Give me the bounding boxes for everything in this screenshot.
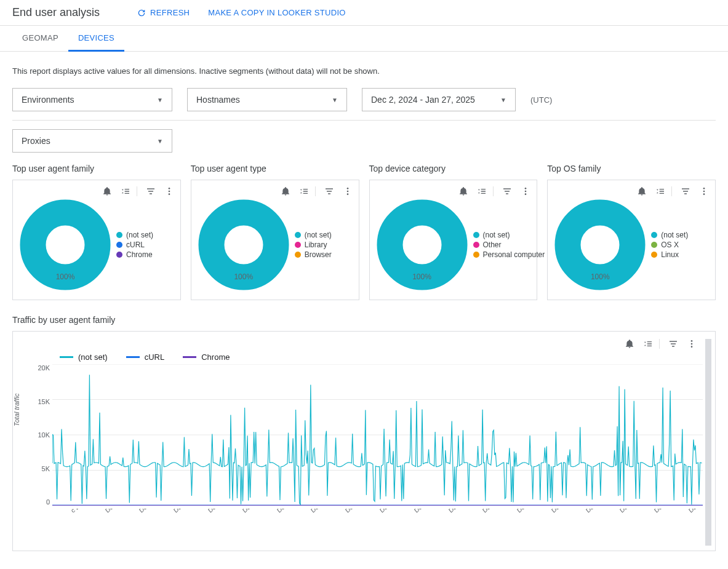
chart-toolbar [198, 186, 353, 196]
y-tick: 10K [35, 431, 50, 439]
donut-card: 100%(not set)cURLChrome [12, 180, 181, 300]
legend-label: OS X [661, 241, 679, 249]
refresh-icon [137, 8, 146, 18]
legend-item: cURL [126, 352, 165, 362]
bell-icon[interactable] [625, 339, 634, 349]
y-tick: 5K [35, 465, 50, 472]
svg-point-2 [168, 193, 170, 195]
donut-chart: 100% [198, 199, 290, 291]
svg-point-9 [525, 191, 527, 193]
refresh-button[interactable]: REFRESH [137, 8, 190, 18]
bell-icon[interactable] [102, 186, 112, 196]
svg-point-6 [346, 193, 348, 195]
legend-label: Library [305, 241, 327, 249]
legend-item: (not set) [116, 231, 153, 239]
x-axis: c 2, 2024, 12AMDec 3, 2024, 7AMDec 4, 20… [52, 509, 703, 546]
donut-card: 100%(not set)OtherPersonal computer [369, 180, 538, 300]
legend-swatch [60, 356, 73, 358]
traffic-legend: (not set)cURLChrome [17, 352, 703, 362]
more-icon[interactable] [164, 186, 174, 196]
legend: (not set)LibraryBrowser [295, 229, 332, 260]
sort-icon[interactable] [655, 186, 665, 196]
environments-select[interactable]: Environments ▼ [12, 88, 172, 111]
svg-point-13 [703, 191, 705, 193]
donut-percent: 100% [376, 273, 468, 281]
legend-item: Chrome [116, 250, 153, 259]
svg-point-7 [211, 213, 276, 277]
traffic-line-chart [52, 364, 703, 507]
report-description: This report displays active values for a… [12, 66, 716, 76]
chevron-down-icon: ▼ [500, 97, 506, 103]
legend-label: (not set) [483, 231, 510, 239]
sort-icon[interactable] [643, 339, 653, 349]
svg-point-14 [703, 193, 705, 195]
more-icon[interactable] [699, 186, 709, 196]
legend-swatch [651, 232, 657, 238]
chevron-down-icon: ▼ [157, 97, 163, 103]
filter-icon[interactable] [502, 186, 512, 196]
legend-item: Browser [295, 250, 332, 259]
sort-icon[interactable] [299, 186, 309, 196]
legend-swatch [126, 356, 140, 358]
svg-point-4 [346, 188, 348, 189]
bell-icon[interactable] [281, 186, 290, 196]
legend-item: (not set) [295, 231, 332, 239]
sort-icon[interactable] [477, 186, 487, 196]
legend-item: Linux [651, 250, 688, 259]
tab-devices[interactable]: DEVICES [68, 26, 124, 52]
proxies-select[interactable]: Proxies ▼ [12, 129, 172, 153]
tab-geomap[interactable]: GEOMAP [12, 26, 68, 51]
daterange-select[interactable]: Dec 2, 2024 - Jan 27, 2025 ▼ [362, 88, 516, 111]
svg-point-15 [568, 213, 633, 277]
filter-icon[interactable] [324, 186, 334, 196]
donut-percent: 100% [198, 273, 290, 281]
x-tick: Dec 8, 2024, 10PM [241, 509, 265, 537]
legend: (not set)OS XLinux [651, 229, 688, 260]
donut-percent: 100% [554, 273, 646, 281]
x-tick: Dec 21, 2024, 2PM [550, 509, 574, 537]
svg-point-0 [168, 188, 170, 189]
legend-swatch [651, 242, 657, 248]
legend-label: cURL [145, 352, 165, 362]
bell-icon[interactable] [458, 186, 468, 196]
legend-swatch [116, 252, 122, 258]
scrollbar-thumb[interactable] [705, 339, 711, 546]
legend-item: OS X [651, 241, 688, 249]
chart-scrollbar[interactable] [705, 339, 711, 546]
more-icon[interactable] [343, 186, 353, 196]
x-tick: Dec 23, 2024, 1AM [618, 509, 642, 537]
hostnames-label: Hostnames [196, 95, 240, 105]
donut-chart: 100% [376, 199, 468, 291]
legend-item: Library [295, 241, 332, 249]
filter-icon[interactable] [668, 339, 678, 349]
more-icon[interactable] [687, 339, 697, 349]
legend-swatch [473, 242, 479, 248]
svg-point-1 [168, 191, 170, 193]
y-tick: 0 [35, 498, 50, 506]
utc-label: (UTC) [530, 95, 552, 105]
more-icon[interactable] [521, 186, 530, 196]
svg-point-16 [691, 340, 693, 342]
legend-label: (not set) [126, 231, 153, 239]
sort-icon[interactable] [121, 186, 130, 196]
filter-icon[interactable] [681, 186, 690, 196]
x-tick: Dec 11, 2024, 3PM [310, 509, 334, 537]
chart-toolbar [376, 186, 531, 196]
looker-copy-button[interactable]: MAKE A COPY IN LOOKER STUDIO [208, 8, 345, 17]
legend-label: Linux [661, 250, 679, 259]
hostnames-select[interactable]: Hostnames ▼ [187, 88, 347, 111]
traffic-title: Traffic by user agent family [12, 315, 716, 325]
page-header: End user analysis REFRESH MAKE A COPY IN… [0, 0, 728, 26]
y-axis-label: Total traffic [13, 394, 20, 426]
donut-card: 100%(not set)OS XLinux [547, 180, 716, 300]
filter-icon[interactable] [146, 186, 156, 196]
x-tick: Dec 26, 2024, 11AM [687, 509, 703, 537]
legend-label: Chrome [126, 250, 153, 259]
x-tick: Dec 22, 2024, 7PM [585, 509, 609, 537]
legend-label: Chrome [201, 352, 230, 362]
x-tick: c 2, 2024, 12AM [70, 509, 94, 537]
y-tick: 15K [35, 398, 50, 405]
chart-toolbar [19, 186, 174, 196]
bell-icon[interactable] [637, 186, 647, 196]
legend-item: Other [473, 241, 545, 249]
